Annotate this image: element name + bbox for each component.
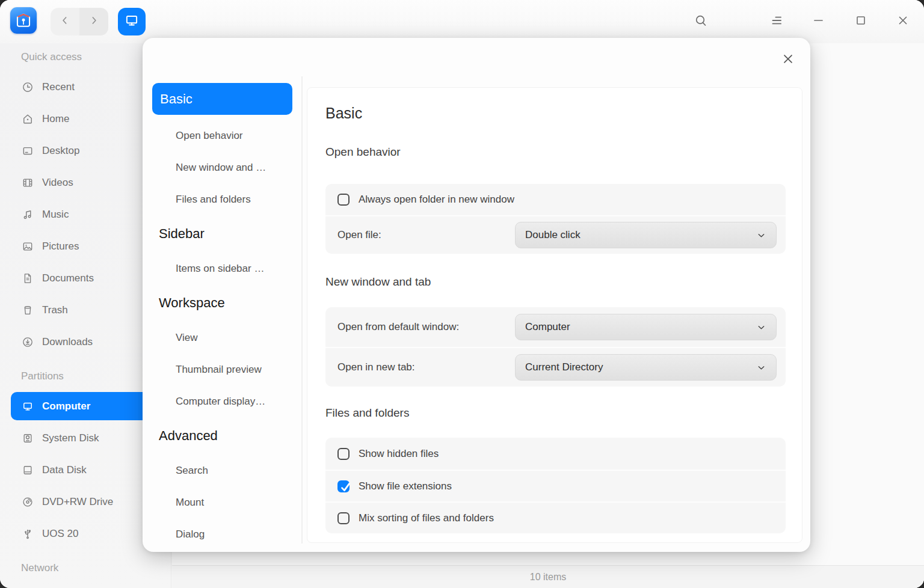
search-button[interactable]	[692, 13, 710, 31]
nav-section-sidebar: Sidebar	[143, 215, 301, 253]
sidebar-item-label: Home	[42, 113, 69, 125]
computer-view-icon	[124, 13, 140, 31]
sidebar-item-label: Pictures	[42, 240, 79, 253]
open-file-label: Open file:	[337, 229, 515, 241]
picture-icon	[21, 240, 34, 253]
nav-item-basic[interactable]: Basic	[152, 83, 292, 115]
nav-item-thumbnail-preview[interactable]: Thumbnail preview	[143, 354, 301, 385]
music-note-icon	[21, 208, 34, 221]
clock-icon	[21, 81, 34, 94]
show-hidden-files-checkbox[interactable]	[337, 448, 350, 460]
nav-item-dialog[interactable]: Dialog	[143, 518, 301, 550]
back-icon	[59, 14, 71, 29]
show-hidden-files-row: Show hidden files	[325, 438, 786, 470]
open-from-default-window-dropdown[interactable]: Computer	[515, 314, 777, 340]
files-folders-card: Show hidden files Show file extensions M…	[325, 438, 786, 533]
search-icon	[694, 13, 708, 30]
sidebar-item-label: Videos	[42, 177, 73, 189]
nav-item-view[interactable]: View	[143, 322, 301, 354]
sidebar-item-label: Computer	[42, 400, 90, 412]
sidebar-item-label: Recent	[42, 81, 75, 93]
open-from-default-window-label: Open from default window:	[337, 321, 515, 333]
checkbox-label: Show hidden files	[359, 448, 439, 460]
sidebar-item-label: Desktop	[42, 145, 79, 157]
back-button[interactable]	[51, 8, 79, 35]
mix-sorting-checkbox[interactable]	[337, 512, 350, 524]
monitor-icon	[21, 400, 34, 413]
nav-content-divider	[301, 76, 303, 544]
close-window-button[interactable]	[894, 13, 912, 31]
system-disk-icon	[21, 432, 34, 445]
nav-item-items-on-sidebar[interactable]: Items on sidebar …	[143, 253, 301, 284]
show-file-extensions-checkbox[interactable]	[337, 480, 350, 492]
checkbox-label: Show file extensions	[359, 480, 452, 492]
sidebar-section-network: Network	[0, 554, 171, 582]
close-icon	[780, 51, 796, 69]
nav-item-computer-display[interactable]: Computer display…	[143, 385, 301, 417]
dropdown-value: Current Directory	[525, 361, 756, 373]
computer-view-button[interactable]	[118, 8, 146, 35]
nav-item-mount[interactable]: Mount	[143, 486, 301, 518]
open-behavior-card: Always open folder in new window Open fi…	[325, 184, 786, 254]
app-folder-icon	[10, 7, 37, 34]
open-behavior-header: Open behavior	[325, 144, 786, 160]
desktop-icon	[21, 144, 34, 158]
document-icon	[21, 272, 34, 285]
items-count: 10 items	[530, 572, 566, 583]
data-disk-icon	[21, 464, 34, 477]
forward-icon	[88, 14, 100, 29]
new-window-tab-card: Open from default window: Computer Open …	[325, 307, 786, 387]
nav-item-search[interactable]: Search	[143, 455, 301, 486]
open-in-new-tab-label: Open in new tab:	[337, 361, 515, 373]
chevron-down-icon	[756, 230, 766, 240]
nav-item-new-window-and-tab[interactable]: New window and …	[143, 152, 301, 183]
dropdown-value: Computer	[525, 321, 756, 333]
file-manager-window: Quick access Recent Home Desktop Videos …	[0, 0, 924, 588]
files-folders-header: Files and folders	[325, 405, 786, 421]
sidebar-item-label: Data Disk	[42, 464, 87, 476]
checkbox-label: Mix sorting of files and folders	[359, 512, 494, 524]
open-in-new-tab-dropdown[interactable]: Current Directory	[515, 354, 777, 381]
nav-section-advanced: Advanced	[143, 417, 301, 455]
new-window-tab-header: New window and tab	[325, 274, 786, 290]
settings-page-title: Basic	[325, 103, 786, 123]
optical-disc-icon	[21, 495, 34, 509]
titlebar-controls	[692, 0, 912, 43]
always-open-new-window-row: Always open folder in new window	[325, 184, 786, 215]
close-icon	[896, 13, 910, 30]
dialog-close-button[interactable]	[779, 51, 797, 69]
open-from-default-window-row: Open from default window: Computer	[325, 307, 786, 347]
dropdown-value: Double click	[525, 229, 756, 241]
nav-item-files-and-folders[interactable]: Files and folders	[143, 183, 301, 215]
sidebar-item-label: Downloads	[42, 336, 93, 348]
checkbox-label: Always open folder in new window	[359, 194, 514, 206]
trash-icon	[21, 304, 34, 317]
minimize-button[interactable]	[810, 13, 828, 31]
show-file-extensions-row: Show file extensions	[325, 470, 786, 501]
history-nav	[51, 8, 108, 35]
sidebar-item-label: UOS 20	[42, 528, 78, 540]
maximize-icon	[854, 13, 868, 30]
open-file-dropdown[interactable]: Double click	[515, 222, 777, 248]
download-icon	[21, 335, 34, 349]
sidebar-item-label: DVD+RW Drive	[42, 496, 113, 508]
chevron-down-icon	[756, 322, 766, 332]
menu-icon	[769, 13, 784, 31]
nav-section-workspace: Workspace	[143, 284, 301, 322]
settings-content: Basic Open behavior Always open folder i…	[307, 87, 802, 543]
open-in-new-tab-row: Open in new tab: Current Directory	[325, 347, 786, 387]
sidebar-item-label: Trash	[42, 304, 68, 316]
home-icon	[21, 112, 34, 126]
sidebar-item-label: Documents	[42, 272, 94, 284]
settings-nav: Basic Open behavior New window and … Fil…	[143, 83, 301, 552]
settings-dialog: Basic Open behavior New window and … Fil…	[143, 38, 810, 552]
forward-button[interactable]	[79, 8, 108, 35]
always-open-new-window-checkbox[interactable]	[337, 194, 350, 206]
titlebar	[0, 0, 924, 43]
chevron-down-icon	[756, 363, 766, 373]
menu-button[interactable]	[768, 13, 786, 31]
maximize-button[interactable]	[852, 13, 870, 31]
sidebar-item-computer[interactable]: Computer	[11, 392, 156, 420]
open-file-row: Open file: Double click	[325, 215, 786, 254]
nav-item-open-behavior[interactable]: Open behavior	[143, 120, 301, 152]
